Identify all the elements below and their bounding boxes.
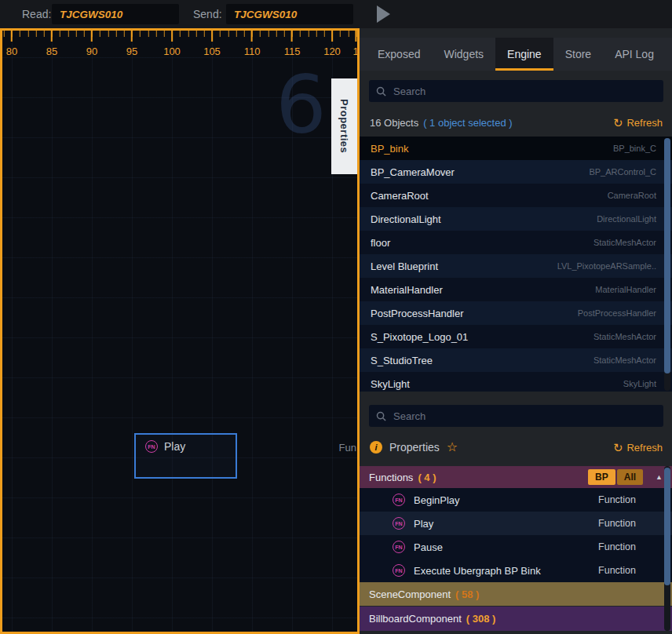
tab-exposed[interactable]: Exposed bbox=[366, 38, 432, 71]
object-row[interactable]: MaterialHandler MaterialHandler bbox=[360, 278, 672, 301]
functions-count: ( 4 ) bbox=[418, 472, 436, 483]
function-type: Function bbox=[598, 541, 636, 552]
function-name: Play bbox=[414, 518, 433, 530]
ruler-tick: 120 bbox=[323, 31, 341, 57]
play-function-node[interactable]: FN Play bbox=[134, 433, 237, 479]
function-row[interactable]: FN Play Function bbox=[360, 512, 672, 535]
ruler-tick: 95 bbox=[126, 31, 137, 57]
objects-search[interactable] bbox=[369, 80, 663, 102]
function-name: Execute Ubergraph BP Bink bbox=[414, 565, 541, 577]
object-row[interactable]: BP_bink BP_bink_C bbox=[360, 137, 672, 160]
fn-icon: FN bbox=[145, 440, 158, 453]
object-row[interactable]: S_StudioTree StaticMeshActor bbox=[360, 348, 672, 372]
properties-scrollbar[interactable] bbox=[664, 466, 670, 631]
top-bar: Read: Send: bbox=[0, 0, 672, 28]
objects-scrollbar[interactable] bbox=[664, 138, 670, 391]
billboardcomponent-group-header[interactable]: BillboardComponent ( 308 ) bbox=[360, 607, 672, 631]
function-row[interactable]: FN Execute Ubergraph BP Bink Function bbox=[360, 559, 672, 582]
tab-store[interactable]: Store bbox=[553, 38, 603, 71]
search-icon bbox=[376, 411, 386, 421]
ruler-tick: 85 bbox=[46, 31, 57, 57]
info-icon: i bbox=[370, 441, 382, 454]
favorite-star-icon[interactable]: ☆ bbox=[447, 441, 458, 454]
scenecomponent-label: SceneComponent bbox=[369, 588, 451, 600]
fn-icon: FN bbox=[393, 494, 405, 506]
send-input[interactable] bbox=[226, 4, 353, 24]
refresh-label: Refresh bbox=[626, 117, 663, 129]
object-name: BP_bink bbox=[371, 143, 408, 155]
properties-header: i Properties ☆ ↻ Refresh bbox=[370, 437, 663, 457]
function-row[interactable]: FN Pause Function bbox=[360, 535, 672, 559]
properties-refresh-button[interactable]: ↻ Refresh bbox=[613, 442, 663, 454]
billboardcomponent-label: BillboardComponent bbox=[369, 613, 462, 625]
object-type: LVL_PixotopeARSample.. bbox=[557, 261, 661, 271]
properties-search-input[interactable] bbox=[392, 410, 656, 423]
scenecomponent-group-header[interactable]: SceneComponent ( 58 ) bbox=[360, 582, 672, 606]
tab-widgets[interactable]: Widgets bbox=[432, 38, 495, 71]
object-type: BP_ARControl_C bbox=[589, 167, 661, 177]
object-row[interactable]: DirectionalLight DirectionalLight bbox=[360, 207, 672, 231]
objects-header: 16 Objects ( 1 object selected ) ↻ Refre… bbox=[370, 113, 663, 132]
object-name: S_StudioTree bbox=[371, 355, 433, 366]
ruler-tick: 115 bbox=[284, 31, 301, 57]
object-row[interactable]: CameraRoot CameraRoot bbox=[360, 184, 672, 207]
objects-list: BP_bink BP_bink_C BP_CameraMover BP_ARCo… bbox=[360, 137, 672, 392]
scenecomponent-count: ( 58 ) bbox=[455, 588, 479, 600]
bp-filter-button[interactable]: BP bbox=[588, 469, 615, 485]
functions-group-header[interactable]: Functions ( 4 ) BP All ▲ bbox=[360, 466, 672, 488]
ruler-tick-partial: 1 bbox=[352, 31, 358, 57]
objects-count: 16 Objects bbox=[370, 117, 418, 129]
fn-icon: FN bbox=[393, 517, 405, 530]
scene-viewport[interactable]: 80 85 90 95 100 105 110 115 120 1 6 Fun … bbox=[0, 28, 360, 634]
objects-refresh-button[interactable]: ↻ Refresh bbox=[613, 117, 663, 129]
properties-side-tab[interactable]: Properties bbox=[331, 78, 357, 174]
play-node-header: FN Play bbox=[136, 435, 236, 453]
clipped-function-text: Fun bbox=[339, 442, 356, 454]
properties-scrollbar-thumb[interactable] bbox=[664, 468, 670, 585]
stage-number: 6 bbox=[276, 65, 327, 145]
object-row[interactable]: S_Pixotope_Logo_01 StaticMeshActor bbox=[360, 325, 672, 348]
fn-icon: FN bbox=[393, 564, 405, 577]
read-label: Read: bbox=[22, 0, 51, 28]
object-type: StaticMeshActor bbox=[593, 332, 661, 341]
object-type: PostProcessHandler bbox=[578, 308, 661, 318]
object-row[interactable]: Level Blueprint LVL_PixotopeARSample.. bbox=[360, 254, 672, 278]
object-row[interactable]: PostProcessHandler PostProcessHandler bbox=[360, 301, 672, 325]
function-type: Function bbox=[598, 565, 636, 576]
object-row[interactable]: floor StaticMeshActor bbox=[360, 231, 672, 254]
objects-search-input[interactable] bbox=[392, 85, 656, 98]
object-type: MaterialHandler bbox=[595, 285, 661, 294]
properties-search[interactable] bbox=[369, 405, 663, 427]
function-name: Pause bbox=[414, 541, 443, 553]
pixotope-app-window: Read: Send: 80 85 90 95 100 105 110 115 … bbox=[0, 0, 672, 634]
ruler-tick: 100 bbox=[163, 31, 181, 57]
object-type: BP_bink_C bbox=[613, 144, 661, 153]
object-name: BP_CameraMover bbox=[371, 166, 455, 178]
all-filter-button[interactable]: All bbox=[617, 469, 643, 485]
object-row[interactable]: BP_CameraMover BP_ARControl_C bbox=[360, 160, 672, 184]
play-button[interactable] bbox=[377, 5, 390, 23]
function-type: Function bbox=[598, 494, 636, 505]
objects-scrollbar-thumb[interactable] bbox=[664, 138, 670, 373]
object-type: StaticMeshActor bbox=[593, 355, 661, 365]
object-type: DirectionalLight bbox=[597, 214, 661, 224]
play-node-label: Play bbox=[164, 440, 185, 453]
function-name: BeginPlay bbox=[414, 494, 460, 506]
function-row[interactable]: FN BeginPlay Function bbox=[360, 488, 672, 512]
object-type: SkyLight bbox=[623, 379, 661, 388]
object-name: CameraRoot bbox=[371, 190, 429, 202]
search-icon bbox=[376, 86, 386, 97]
properties-title: Properties bbox=[389, 441, 440, 454]
object-row[interactable]: SkyLight SkyLight bbox=[360, 372, 672, 392]
engine-panel: Exposed Widgets Engine Store API Log 16 … bbox=[360, 28, 672, 634]
object-name: PostProcessHandler bbox=[371, 308, 464, 319]
object-name: floor bbox=[371, 237, 390, 249]
functions-group-label: Functions bbox=[369, 472, 413, 483]
tab-api-log[interactable]: API Log bbox=[603, 38, 666, 71]
ruler-tick: 80 bbox=[6, 31, 17, 57]
tab-engine[interactable]: Engine bbox=[495, 38, 553, 71]
read-input[interactable] bbox=[52, 4, 179, 24]
collapse-arrow-icon[interactable]: ▲ bbox=[656, 473, 663, 481]
function-type: Function bbox=[598, 518, 636, 529]
ruler-tick: 105 bbox=[203, 31, 221, 57]
